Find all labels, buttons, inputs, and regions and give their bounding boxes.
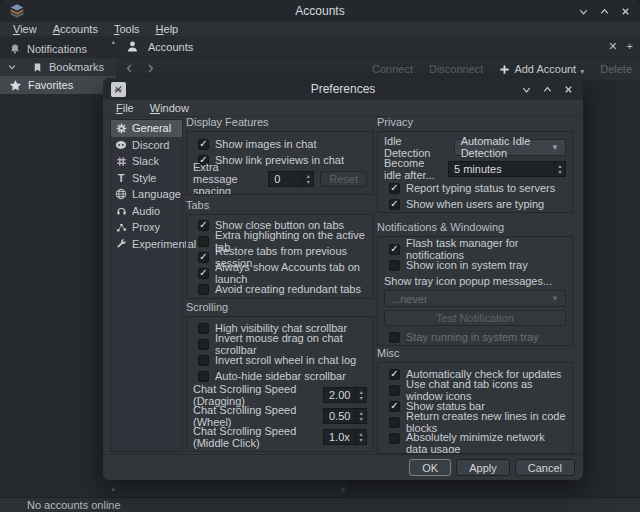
checkbox[interactable] [389, 260, 400, 271]
maximize-icon[interactable] [597, 4, 611, 18]
sidebar-item-favorites[interactable]: Favorites [0, 76, 116, 94]
checkbox-row[interactable]: Avoid creating redundant tabs [193, 281, 367, 297]
gear-icon [115, 123, 127, 134]
checkbox-row[interactable]: Always show Accounts tab on launch [193, 265, 367, 281]
spinner-arrows-icon[interactable]: ▴▾ [355, 409, 366, 423]
scroll-speed-drag-spinbox[interactable]: 2.00▴▾ [323, 387, 367, 403]
checkbox[interactable] [389, 433, 400, 444]
scrollbar-up-icon[interactable]: ▴ [111, 38, 115, 46]
add-account-button[interactable]: Add Account ▾ [499, 63, 584, 76]
group-title: Display Features [186, 117, 374, 128]
back-icon[interactable] [124, 63, 135, 76]
close-icon[interactable] [618, 4, 632, 18]
menu-tools[interactable]: Tools [107, 23, 147, 35]
checkbox-row[interactable]: Absolutely minimize network data usage (… [384, 430, 566, 454]
apply-button[interactable]: Apply [456, 459, 510, 476]
prefs-nav-list: General Discord Slack T Style Language A… [110, 119, 183, 452]
nav-item-slack[interactable]: Slack [111, 153, 182, 170]
checkbox[interactable] [198, 220, 209, 231]
connect-button[interactable]: Connect [372, 63, 413, 75]
extra-spacing-spinbox[interactable]: 0 ▴▾ [268, 171, 314, 187]
delete-button[interactable]: Delete [600, 63, 632, 75]
bell-icon [9, 43, 21, 55]
checkbox[interactable] [389, 199, 400, 210]
checkbox[interactable] [198, 139, 209, 150]
scrollbar-down-icon[interactable]: ▾ [111, 486, 115, 494]
spinner-arrows-icon[interactable]: ▴▾ [355, 430, 366, 444]
sidebar-item-notifications[interactable]: Notifications [0, 40, 116, 58]
nav-item-general[interactable]: General [111, 120, 182, 137]
checkbox-row[interactable]: Return creates new lines in code blocks [384, 414, 566, 430]
nav-label: General [132, 122, 171, 134]
menu-file[interactable]: File [109, 102, 141, 114]
checkbox-row[interactable]: Report typing status to servers [384, 180, 566, 196]
checkbox[interactable] [389, 369, 400, 380]
minimize-icon[interactable] [576, 4, 590, 18]
chevron-down-icon: ▾ [580, 67, 584, 76]
scroll-speed-middle-spinbox[interactable]: 1.0x▴▾ [323, 429, 367, 445]
checkbox-label: Invert mouse drag on chat scrollbar [215, 332, 367, 356]
become-idle-spinbox[interactable]: 5 minutes ▴▾ [448, 161, 566, 177]
checkbox-row[interactable]: Invert scroll wheel in chat log [193, 352, 367, 368]
spinner-arrows-icon[interactable]: ▴▾ [302, 172, 313, 186]
menu-help[interactable]: Help [149, 23, 186, 35]
minimize-icon[interactable] [519, 82, 533, 96]
checkbox-row[interactable]: Invert mouse drag on chat scrollbar [193, 336, 367, 352]
cancel-button[interactable]: Cancel [515, 459, 575, 476]
plus-icon [499, 64, 510, 75]
main-titlebar[interactable]: Accounts [0, 0, 640, 22]
checkbox[interactable] [198, 371, 209, 382]
group-misc: Misc Automatically check for updates Use… [377, 348, 573, 454]
menu-accounts[interactable]: Accounts [46, 23, 105, 35]
tab-accounts[interactable]: Accounts [116, 40, 193, 53]
checkbox-row[interactable]: Flash task manager for notifications [384, 241, 566, 257]
spinner-arrows-icon[interactable]: ▴▾ [355, 388, 366, 402]
checkbox[interactable] [389, 401, 400, 412]
spinbox-label: Extra message spacing [193, 161, 262, 195]
scrollbar-down-icon[interactable]: ▾ [341, 486, 345, 494]
checkbox[interactable] [389, 332, 400, 343]
checkbox-row[interactable]: Show when users are typing [384, 196, 566, 212]
menu-window[interactable]: Window [143, 102, 196, 114]
checkbox[interactable] [198, 339, 209, 350]
checkbox[interactable] [389, 183, 400, 194]
menu-view[interactable]: View [6, 23, 44, 35]
idle-detection-select[interactable]: Automatic Idle Detection ▼ [454, 139, 566, 156]
group-privacy: Privacy Idle Detection Automatic Idle De… [377, 117, 573, 213]
checkbox[interactable] [198, 323, 209, 334]
checkbox[interactable] [198, 236, 209, 247]
checkbox[interactable] [389, 385, 400, 396]
spinbox-value: 0.50 [324, 410, 355, 422]
new-tab-icon[interactable]: + [627, 40, 633, 53]
globe-icon [115, 188, 127, 200]
popup-messages-select[interactable]: ...never ▼ [384, 290, 566, 307]
checkbox[interactable] [389, 417, 400, 428]
sidebar-item-bookmarks[interactable]: Bookmarks [0, 58, 116, 76]
ok-button[interactable]: OK [409, 459, 451, 476]
spinner-arrows-icon[interactable]: ▴▾ [554, 162, 565, 176]
nav-item-experimental[interactable]: Experimental [111, 236, 182, 253]
close-tab-icon[interactable]: ✕ [608, 40, 617, 53]
checkbox-row[interactable]: Stay running in system tray [384, 329, 566, 345]
checkbox[interactable] [198, 252, 209, 263]
checkbox-row[interactable]: Show images in chat [193, 136, 367, 152]
forward-icon[interactable] [145, 63, 156, 76]
nav-item-audio[interactable]: Audio [111, 203, 182, 220]
checkbox[interactable] [198, 284, 209, 295]
nav-item-proxy[interactable]: Proxy [111, 219, 182, 236]
disconnect-button[interactable]: Disconnect [429, 63, 483, 75]
checkbox[interactable] [389, 244, 400, 255]
status-text: No accounts online [27, 499, 121, 511]
reset-button[interactable]: Reset [320, 171, 367, 187]
checkbox[interactable] [198, 268, 209, 279]
test-notification-button[interactable]: Test Notification [384, 310, 566, 326]
dialog-titlebar[interactable]: Preferences [103, 78, 583, 100]
checkbox[interactable] [198, 355, 209, 366]
nav-item-language[interactable]: Language [111, 186, 182, 203]
scroll-speed-wheel-spinbox[interactable]: 0.50▴▾ [323, 408, 367, 424]
checkbox-row[interactable]: Use chat and tab icons as window icons [384, 382, 566, 398]
nav-item-discord[interactable]: Discord [111, 137, 182, 154]
maximize-icon[interactable] [540, 82, 554, 96]
nav-item-style[interactable]: T Style [111, 170, 182, 187]
close-icon[interactable] [561, 82, 575, 96]
